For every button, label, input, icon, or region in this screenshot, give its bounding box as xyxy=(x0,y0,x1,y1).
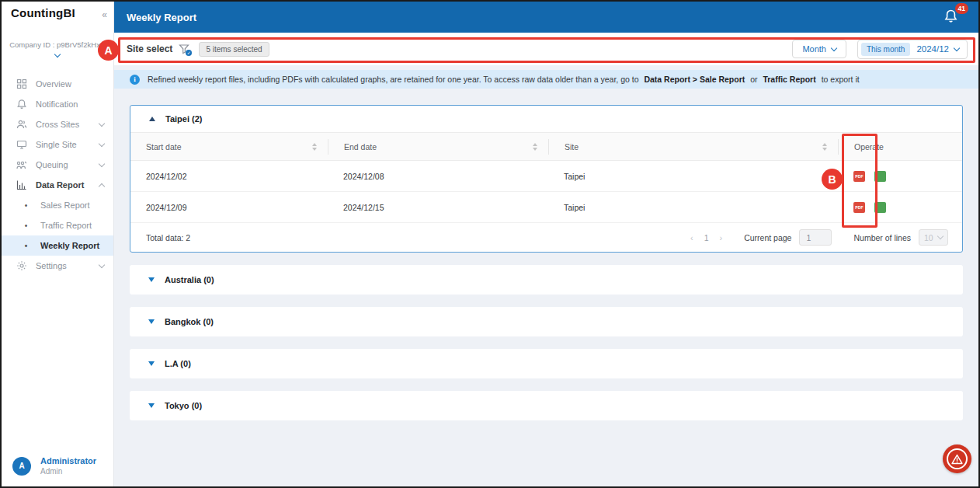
user-profile[interactable]: A Administrator Admin xyxy=(2,448,113,486)
start-date-cell: 2024/12/02 xyxy=(130,172,328,181)
period-dropdown[interactable]: This month 2024/12 xyxy=(857,40,968,59)
content-area: Taipei (2) Start date End date Site xyxy=(114,89,978,486)
user-name: Administrator xyxy=(40,456,96,465)
sidebar-menu: Overview Notification Cross Sites Sing xyxy=(2,74,113,276)
site-group-taipei-panel: Taipei (2) Start date End date Site xyxy=(130,105,963,253)
site-cell: Taipei xyxy=(548,172,838,181)
grid-icon xyxy=(16,78,27,89)
people-icon xyxy=(16,119,27,130)
site-cell: Taipei xyxy=(548,203,838,212)
group-title: Tokyo (0) xyxy=(165,401,202,410)
notification-count-badge: 41 xyxy=(955,3,968,14)
this-month-chip: This month xyxy=(861,43,910,56)
current-page-label: Current page xyxy=(744,233,791,242)
user-role: Admin xyxy=(40,467,96,476)
bullet-icon: • xyxy=(20,221,32,230)
table-footer: Total data: 2 ‹ 1 › Current page Number … xyxy=(130,223,962,252)
banner-link-traffic-report[interactable]: Traffic Report xyxy=(763,75,815,84)
group-header-tokyo[interactable]: Tokyo (0) xyxy=(130,391,963,420)
column-start-date: Start date xyxy=(146,142,182,152)
company-id-label: Company ID : p9BrV5f2kHxD xyxy=(2,40,113,49)
app-window: CountingBI « Company ID : p9BrV5f2kHxD O… xyxy=(0,0,980,488)
filter-active-dot: ✓ xyxy=(186,50,192,56)
sidebar-item-weekly-report[interactable]: • Weekly Report xyxy=(2,235,113,256)
expand-triangle-icon xyxy=(148,403,155,408)
sort-icon[interactable] xyxy=(822,143,827,151)
info-banner: i Refined weekly report files, including… xyxy=(114,70,978,89)
main-area: Weekly Report 41 Site select ✓ 5 items s… xyxy=(114,2,978,486)
gear-icon xyxy=(16,260,27,271)
sidebar: CountingBI « Company ID : p9BrV5f2kHxD O… xyxy=(2,2,114,486)
sidebar-collapse-icon[interactable]: « xyxy=(102,9,107,20)
total-data-label: Total data: 2 xyxy=(146,233,190,242)
chevron-down-icon xyxy=(99,140,105,146)
sidebar-item-sales-report[interactable]: • Sales Report xyxy=(2,195,113,215)
group-header-la[interactable]: L.A (0) xyxy=(130,349,963,378)
bar-chart-icon xyxy=(16,180,27,190)
site-filter-button[interactable]: ✓ xyxy=(179,44,189,54)
column-end-date: End date xyxy=(344,142,377,152)
notification-bell-button[interactable]: 41 xyxy=(944,9,958,26)
page-number[interactable]: 1 xyxy=(704,233,709,242)
chevron-down-icon xyxy=(954,44,960,51)
group-title: L.A (0) xyxy=(165,359,191,368)
page-title: Weekly Report xyxy=(127,12,196,23)
chevron-down-icon xyxy=(99,160,105,166)
prev-page-button[interactable]: ‹ xyxy=(690,233,693,242)
chevron-up-icon xyxy=(99,183,105,189)
group-header-bangkok[interactable]: Bangkok (0) xyxy=(130,307,963,336)
table-header: Start date End date Site Operate xyxy=(130,133,962,161)
column-site: Site xyxy=(565,142,579,152)
alert-fab-button[interactable] xyxy=(943,444,971,473)
group-title: Australia (0) xyxy=(165,275,214,284)
expand-triangle-icon xyxy=(148,319,155,324)
download-pdf-icon[interactable]: PDF xyxy=(853,202,865,213)
group-header-taipei[interactable]: Taipei (2) xyxy=(130,106,962,133)
sort-icon[interactable] xyxy=(533,143,537,151)
download-csv-icon[interactable] xyxy=(874,171,886,182)
sort-icon[interactable] xyxy=(312,143,317,151)
chevron-down-icon xyxy=(831,44,837,51)
download-csv-icon[interactable] xyxy=(874,202,886,213)
expand-triangle-icon xyxy=(148,361,155,366)
download-pdf-icon[interactable]: PDF xyxy=(853,171,865,182)
sidebar-item-overview[interactable]: Overview xyxy=(2,74,113,94)
lines-per-page-select[interactable]: 10 xyxy=(919,229,948,246)
sidebar-item-queuing[interactable]: Queuing xyxy=(2,155,113,175)
group-title: Taipei (2) xyxy=(165,114,202,124)
items-selected-chip[interactable]: 5 items selected xyxy=(199,42,269,57)
banner-text: Refined weekly report files, including P… xyxy=(148,75,639,84)
group-header-australia[interactable]: Australia (0) xyxy=(130,265,963,295)
sidebar-item-notification[interactable]: Notification xyxy=(2,94,113,114)
bullet-icon: • xyxy=(20,201,32,210)
chevron-down-icon xyxy=(99,261,105,267)
avatar: A xyxy=(12,457,31,476)
current-page-input[interactable] xyxy=(799,229,832,246)
number-of-lines-label: Number of lines xyxy=(853,233,911,242)
site-select-label: Site select xyxy=(127,44,172,54)
warning-triangle-icon xyxy=(951,454,963,465)
month-dropdown[interactable]: Month xyxy=(792,40,846,58)
chevron-down-icon xyxy=(937,233,944,239)
queue-icon xyxy=(16,159,27,170)
group-title: Bangkok (0) xyxy=(165,317,214,326)
end-date-cell: 2024/12/08 xyxy=(328,172,548,181)
start-date-cell: 2024/12/09 xyxy=(130,203,328,212)
expand-triangle-icon xyxy=(148,277,155,282)
sidebar-item-cross-sites[interactable]: Cross Sites xyxy=(2,114,113,134)
collapse-triangle-icon xyxy=(149,117,155,121)
table-row: 2024/12/09 2024/12/15 Taipei PDF xyxy=(130,192,962,223)
banner-link-sale-report[interactable]: Data Report > Sale Report xyxy=(644,75,745,84)
brand-logo: CountingBI xyxy=(11,6,75,19)
sidebar-item-data-report[interactable]: Data Report xyxy=(2,175,113,195)
end-date-cell: 2024/12/15 xyxy=(328,203,548,212)
sidebar-item-single-site[interactable]: Single Site xyxy=(2,134,113,155)
bell-icon xyxy=(16,99,27,110)
company-chevron-down-icon[interactable] xyxy=(2,54,113,57)
sidebar-item-settings[interactable]: Settings xyxy=(2,256,113,276)
monitor-icon xyxy=(16,139,27,150)
next-page-button[interactable]: › xyxy=(720,233,723,242)
sidebar-item-traffic-report[interactable]: • Traffic Report xyxy=(2,215,113,235)
chevron-down-icon xyxy=(99,120,105,126)
filter-bar: Site select ✓ 5 items selected Month Thi… xyxy=(114,33,978,65)
